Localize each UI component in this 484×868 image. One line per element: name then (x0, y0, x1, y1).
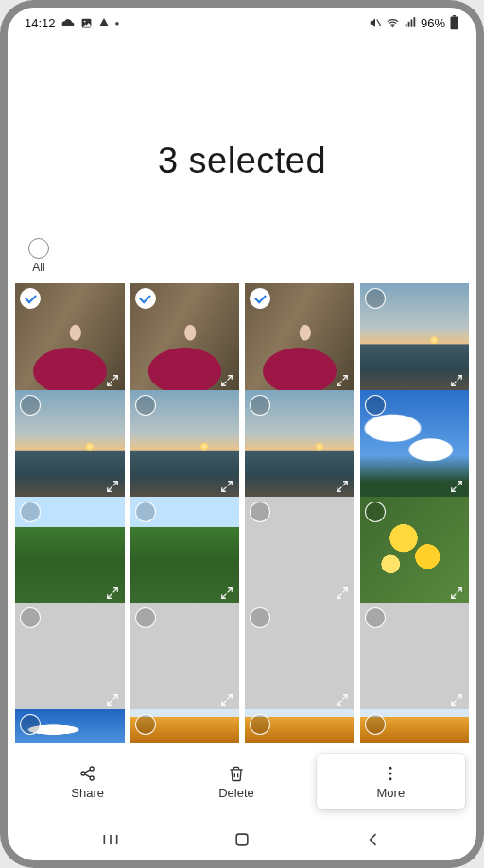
photo-thumbnail[interactable] (130, 709, 240, 743)
expand-icon[interactable] (448, 691, 465, 708)
svg-line-35 (107, 700, 112, 705)
selected-checkmark-icon[interactable] (135, 288, 156, 309)
selection-circle[interactable] (135, 395, 156, 416)
delete-button[interactable]: Delete (162, 763, 310, 800)
more-label: More (377, 786, 406, 800)
home-button[interactable] (223, 830, 261, 849)
expand-icon[interactable] (104, 691, 121, 708)
expand-icon[interactable] (104, 372, 121, 389)
photo-thumbnail[interactable] (360, 390, 470, 500)
expand-icon[interactable] (218, 478, 235, 495)
svg-line-29 (222, 594, 227, 599)
page-title: 3 selected (158, 141, 326, 181)
svg-line-33 (452, 594, 457, 599)
photo-thumbnail[interactable] (245, 283, 354, 393)
photo-thumbnail[interactable] (15, 390, 125, 500)
svg-rect-4 (406, 24, 407, 27)
photo-thumbnail[interactable] (360, 603, 470, 712)
battery-icon (449, 15, 459, 30)
selection-circle[interactable] (20, 607, 41, 628)
share-icon (78, 763, 97, 784)
selection-circle[interactable] (250, 502, 270, 522)
selection-circle[interactable] (250, 607, 270, 628)
selection-circle[interactable] (250, 714, 270, 735)
svg-line-41 (452, 700, 457, 705)
photo-thumbnail[interactable] (360, 497, 470, 606)
selection-circle[interactable] (365, 502, 386, 522)
photo-thumbnail[interactable] (15, 709, 125, 743)
more-icon (381, 763, 400, 784)
svg-rect-6 (411, 20, 413, 27)
selected-checkmark-icon[interactable] (250, 288, 270, 309)
svg-line-40 (458, 695, 462, 700)
svg-line-25 (452, 487, 457, 492)
photo-thumbnail[interactable] (15, 283, 125, 393)
photo-thumbnail[interactable] (130, 390, 240, 500)
selection-circle[interactable] (135, 714, 156, 735)
expand-icon[interactable] (104, 478, 121, 495)
selection-circle[interactable] (20, 714, 41, 735)
share-label: Share (71, 786, 104, 800)
expand-icon[interactable] (448, 478, 465, 495)
svg-line-32 (458, 588, 462, 593)
photo-thumbnail[interactable] (130, 283, 240, 393)
expand-icon[interactable] (448, 372, 465, 389)
selection-circle[interactable] (20, 395, 41, 416)
selection-circle[interactable] (135, 607, 156, 628)
svg-point-49 (389, 766, 392, 769)
expand-icon[interactable] (448, 585, 465, 602)
svg-rect-7 (413, 17, 415, 27)
svg-line-45 (84, 769, 90, 772)
svg-line-16 (458, 375, 462, 380)
warning-icon (98, 17, 110, 28)
photo-thumbnail[interactable] (130, 603, 240, 712)
expand-icon[interactable] (218, 691, 235, 708)
svg-line-28 (228, 588, 233, 593)
expand-icon[interactable] (218, 585, 235, 602)
battery-text: 96% (421, 16, 445, 30)
wifi-icon (386, 16, 400, 30)
photo-thumbnail[interactable] (360, 709, 470, 743)
photo-thumbnail[interactable] (15, 497, 125, 606)
selection-circle[interactable] (365, 395, 386, 416)
selection-circle[interactable] (365, 607, 386, 628)
image-icon (80, 17, 93, 29)
svg-line-15 (337, 381, 341, 385)
share-button[interactable]: Share (13, 763, 162, 800)
selection-circle[interactable] (20, 502, 41, 522)
selected-checkmark-icon[interactable] (20, 288, 41, 309)
selection-circle[interactable] (365, 288, 386, 309)
svg-rect-9 (453, 15, 456, 17)
device-frame: 14:12 ● (0, 0, 484, 868)
photo-thumbnail[interactable] (245, 497, 354, 606)
select-all[interactable]: All (28, 238, 49, 274)
selection-circle[interactable] (250, 395, 270, 416)
svg-point-3 (392, 26, 394, 27)
status-right: 96% (369, 15, 459, 30)
photo-grid (8, 283, 476, 743)
photo-thumbnail[interactable] (245, 709, 354, 743)
expand-icon[interactable] (218, 372, 235, 389)
select-all-checkbox[interactable] (28, 238, 49, 259)
expand-icon[interactable] (334, 691, 351, 708)
expand-icon[interactable] (334, 478, 351, 495)
svg-line-27 (107, 594, 112, 599)
expand-icon[interactable] (334, 372, 351, 389)
svg-line-26 (112, 588, 117, 593)
photo-thumbnail[interactable] (15, 603, 125, 712)
photo-thumbnail[interactable] (245, 390, 354, 500)
selection-circle[interactable] (365, 714, 386, 735)
expand-icon[interactable] (104, 585, 121, 602)
selection-circle[interactable] (135, 502, 156, 522)
more-button[interactable]: More (317, 754, 465, 809)
back-button[interactable] (354, 830, 392, 849)
photo-thumbnail[interactable] (245, 603, 354, 712)
svg-line-39 (337, 700, 341, 705)
photo-thumbnail[interactable] (360, 283, 470, 393)
expand-icon[interactable] (334, 585, 351, 602)
status-dot: ● (115, 19, 120, 27)
svg-rect-55 (236, 834, 248, 845)
select-all-label: All (32, 261, 44, 274)
photo-thumbnail[interactable] (130, 497, 240, 606)
recent-apps-button[interactable] (92, 830, 130, 849)
